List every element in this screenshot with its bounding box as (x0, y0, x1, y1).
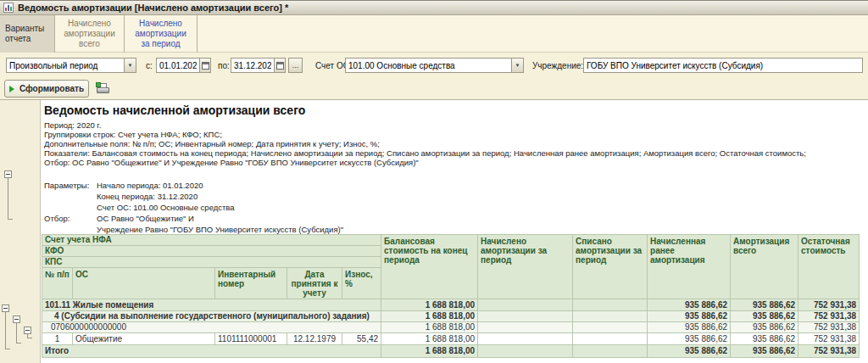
report-meta-selection: Отбор: ОС Равно "Общежитие" И Учреждение… (44, 158, 419, 167)
group-bracket-report (8, 178, 13, 220)
report-viewport: Ведомость начисленной амортизации всего … (0, 99, 868, 363)
cell-writtenoff[interactable] (573, 345, 648, 358)
table-row-group-kfo[interactable]: 4 (Субсидии на выполнение государственно… (42, 311, 860, 322)
cell-balance[interactable]: 1 688 818,00 (381, 299, 478, 311)
collapse-button-report-header[interactable] (4, 170, 12, 178)
collapse-button-group-level1[interactable] (2, 304, 9, 312)
cell-wear[interactable]: 55,42 (342, 333, 381, 345)
cell-residual[interactable]: 752 931,38 (798, 333, 860, 345)
account-dropdown-button[interactable]: ▼ (511, 58, 524, 73)
table-row-group-account[interactable]: 101.11 Жилые помещения 1 688 818,00 935 … (42, 299, 860, 311)
cell-writtenoff[interactable] (573, 333, 648, 345)
cell-os-name[interactable]: Общежитие (73, 333, 215, 345)
cell-previous[interactable]: 935 886,62 (648, 333, 731, 345)
report-meta-groupings: Группировки строк: Счет учета НФА; КФО; … (44, 130, 222, 139)
calendar-icon (202, 62, 209, 70)
generate-button-label: Сформировать (19, 84, 84, 93)
header-inventory-number: Инвентарный номер (215, 268, 287, 299)
cell-residual[interactable]: 752 931,38 (798, 345, 860, 358)
print-report-icon[interactable] (96, 82, 110, 95)
cell-balance[interactable]: 1 688 818,00 (381, 322, 478, 333)
cell-writtenoff[interactable] (573, 299, 648, 311)
selection-line-2: Учреждение Равно "ГОБУ ВПО Университет и… (97, 225, 343, 234)
cell-total[interactable]: 935 886,62 (731, 322, 798, 333)
param-account: Счет ОС: 101.00 Основные средства (97, 203, 235, 212)
cell-previous[interactable]: 935 886,62 (648, 299, 731, 311)
cell-acceptance-date[interactable]: 12.12.1979 (287, 333, 342, 345)
header-kfo: КФО (42, 246, 381, 257)
account-input[interactable] (345, 58, 512, 73)
header-previously-accrued: Начисленная ранее амортизация (648, 235, 731, 299)
report-meta-extra-fields: Дополнительные поля: № п/п; ОС; Инвентар… (44, 139, 380, 148)
tab-label: Начислено амортизации за период (130, 19, 192, 49)
cell-residual[interactable]: 752 931,38 (798, 322, 860, 333)
header-account-nfa: Счет учета НФА (42, 235, 381, 246)
action-toolbar: Сформировать (0, 78, 868, 99)
period-more-button[interactable]: ... (288, 58, 303, 73)
cell-residual[interactable]: 752 931,38 (798, 299, 860, 311)
institution-label: Учреждение: (532, 61, 583, 70)
group-bracket-level1 (5, 312, 10, 349)
cell-writtenoff[interactable] (573, 311, 648, 322)
cell-balance[interactable]: 1 688 818,00 (381, 333, 478, 345)
header-acceptance-date: Дата принятия к учету (287, 268, 342, 299)
group-bracket-level3 (27, 334, 32, 338)
date-from-calendar-button[interactable] (199, 58, 211, 73)
period-preset-input[interactable] (6, 58, 125, 73)
cell-total[interactable]: 935 886,62 (731, 311, 798, 322)
calendar-icon (276, 62, 284, 70)
cell-total[interactable]: 935 886,62 (731, 345, 798, 358)
header-accrued-period: Начислено амортизации за период (478, 235, 573, 299)
cell-accrued[interactable] (478, 333, 573, 345)
header-os: ОС (73, 268, 215, 299)
header-kps: КПС (42, 257, 381, 268)
printer-body (97, 87, 109, 93)
cell-previous[interactable]: 935 886,62 (648, 322, 731, 333)
header-writtenoff-period: Списано амортизации за период (573, 235, 648, 299)
institution-input[interactable] (583, 58, 863, 73)
group-label[interactable]: 4 (Субсидии на выполнение государственно… (42, 311, 381, 322)
tab-accrued-amortization-period[interactable]: Начислено амортизации за период (125, 15, 198, 53)
cell-total[interactable]: 935 886,62 (731, 333, 798, 345)
cell-balance[interactable]: 1 688 818,00 (381, 311, 478, 322)
report-table: Счет учета НФА Балансовая стоимость на к… (42, 234, 860, 358)
header-balance-cost: Балансовая стоимость на конец периода (381, 235, 478, 299)
table-row-total[interactable]: Итого 1 688 818,00 935 886,62 935 886,62… (42, 345, 860, 358)
cell-accrued[interactable] (478, 299, 573, 311)
date-to-input[interactable] (231, 58, 275, 73)
cell-residual[interactable]: 752 931,38 (798, 311, 860, 322)
window-title: Ведомость амортизации [Начислено амортиз… (18, 3, 288, 13)
group-label[interactable]: 0706000000000000 (42, 322, 381, 333)
report-title: Ведомость начисленной амортизации всего (44, 103, 305, 117)
period-preset-dropdown-button[interactable]: ▼ (124, 58, 136, 73)
cell-previous[interactable]: 935 886,62 (648, 311, 731, 322)
cell-writtenoff[interactable] (573, 322, 648, 333)
date-to-calendar-button[interactable] (274, 58, 286, 73)
report-meta-indicators: Показатели: Балансовая стоимость на коне… (44, 148, 806, 158)
table-row-asset[interactable]: 1 Общежитие 1101111000001 12.12.1979 55,… (42, 333, 860, 345)
cell-previous[interactable]: 935 886,62 (648, 345, 731, 358)
cell-row-number[interactable]: 1 (42, 333, 73, 345)
cell-accrued[interactable] (478, 311, 573, 322)
generate-report-button[interactable]: Сформировать (4, 80, 89, 98)
date-from-input[interactable] (156, 58, 200, 73)
table-row-group-kps[interactable]: 0706000000000000 1 688 818,00 935 886,62… (42, 322, 860, 333)
cell-inventory-number[interactable]: 1101111000001 (215, 333, 287, 345)
group-label[interactable]: 101.11 Жилые помещения (42, 299, 381, 311)
window-titlebar: Ведомость амортизации [Начислено амортиз… (0, 0, 868, 15)
group-bracket-level2 (16, 323, 21, 343)
param-period-start: Начало периода: 01.01.2020 (97, 181, 203, 190)
collapse-button-group-level3[interactable] (24, 327, 31, 334)
tab-accrued-amortization-total[interactable]: Начислено амортизации всего (55, 15, 125, 53)
param-period-end: Конец периода: 31.12.2020 (97, 192, 198, 201)
cell-accrued[interactable] (478, 322, 573, 333)
filter-toolbar: ▼ с: по: ... Счет ОС: ▼ Учреждение: (0, 53, 868, 78)
cell-total[interactable]: 935 886,62 (731, 299, 798, 311)
header-amortization-total: Амортизация всего (731, 235, 798, 299)
cell-balance[interactable]: 1 688 818,00 (381, 345, 478, 358)
collapse-button-group-level2[interactable] (13, 316, 20, 323)
report-meta-period: Период: 2020 г. (44, 120, 101, 130)
tab-report-variants[interactable]: Варианты отчета (0, 15, 55, 53)
total-label[interactable]: Итого (42, 345, 381, 358)
cell-accrued[interactable] (478, 345, 573, 358)
